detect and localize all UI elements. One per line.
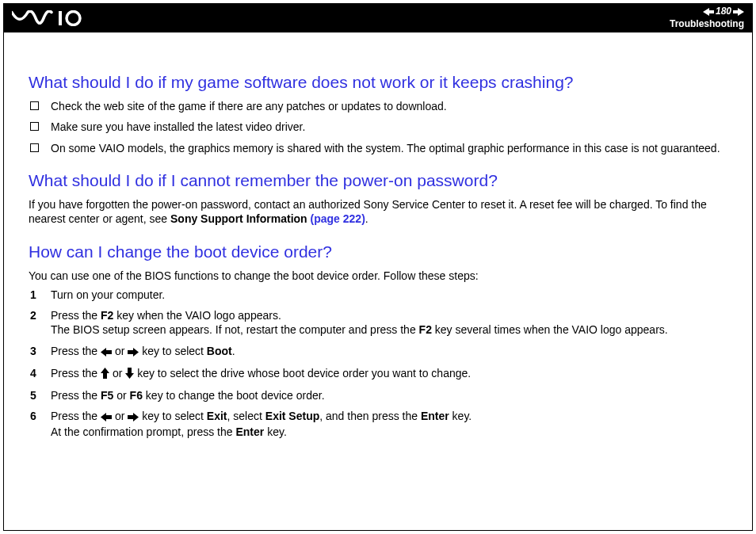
page-number: 180 (716, 6, 731, 18)
text: Press the (51, 389, 101, 402)
list-item: Press the F5 or F6 key to change the boo… (29, 388, 734, 402)
text: . (365, 212, 368, 225)
page-nav: 180 (703, 6, 744, 18)
text: key to select the drive whose boot devic… (134, 367, 471, 380)
heading-q3: How can I change the boot device order? (29, 241, 734, 262)
text: , select (227, 410, 265, 422)
text: , and then press the (319, 410, 421, 422)
arrow-down-icon (125, 368, 134, 382)
text: or (109, 367, 125, 380)
svg-point-1 (67, 12, 80, 25)
text: key to select (139, 345, 207, 357)
exit-setup-label: Exit Setup (265, 410, 319, 422)
svg-marker-8 (101, 413, 112, 421)
text: key to select (139, 410, 207, 422)
text: or (113, 389, 129, 402)
list-item: Turn on your computer. (29, 288, 734, 302)
nav-next-icon[interactable] (733, 8, 744, 16)
vaio-logo (12, 10, 83, 26)
text: Press the (51, 410, 101, 422)
svg-marker-9 (128, 413, 139, 421)
heading-q1: What should I do if my game software doe… (29, 71, 734, 93)
text: key. (264, 425, 287, 438)
list-item: Press the or key to select Exit, select … (29, 409, 734, 439)
arrow-left-icon (101, 410, 112, 425)
text: key when the VAIO logo appears. (113, 309, 281, 322)
list-item: Check the web site of the game if there … (29, 99, 734, 113)
q2-paragraph: If you have forgotten the power-on passw… (29, 197, 734, 226)
boot-label: Boot (207, 345, 232, 357)
sony-support-label: Sony Support Information (170, 212, 311, 225)
svg-marker-7 (125, 368, 134, 379)
text: Press the (51, 309, 101, 322)
svg-marker-5 (128, 348, 139, 357)
nav-prev-icon[interactable] (703, 8, 714, 16)
text: The BIOS setup screen appears. If not, r… (51, 323, 419, 336)
text: or (112, 345, 128, 357)
svg-marker-2 (703, 8, 714, 16)
text: . (232, 345, 235, 357)
list-item: Press the or key to select the drive who… (29, 366, 734, 382)
section-label: Troubleshooting (670, 18, 744, 31)
text: Turn on your computer. (51, 288, 165, 301)
arrow-right-icon (128, 410, 139, 425)
enter-label: Enter (421, 410, 449, 422)
header-right: 180 Troubleshooting (670, 6, 744, 30)
exit-label: Exit (207, 410, 227, 422)
text: or (112, 410, 128, 422)
svg-marker-4 (101, 348, 112, 357)
svg-marker-6 (101, 368, 109, 379)
list-item: Press the or key to select Boot. (29, 344, 734, 360)
q3-intro: You can use one of the BIOS functions to… (29, 269, 734, 283)
list-item: Press the F2 key when the VAIO logo appe… (29, 308, 734, 337)
list-item: On some VAIO models, the graphics memory… (29, 141, 734, 155)
heading-q2: What should I do if I cannot remember th… (29, 170, 734, 191)
svg-marker-3 (733, 8, 744, 16)
q1-bullet-list: Check the web site of the game if there … (29, 99, 734, 155)
text: key. (449, 410, 472, 422)
key-label: F5 (101, 389, 113, 402)
text: key several times when the VAIO logo app… (432, 323, 668, 336)
page-link[interactable]: (page 222) (311, 212, 365, 225)
header-bar: 180 Troubleshooting (4, 4, 752, 32)
text: Press the (51, 367, 101, 380)
q3-steps: Turn on your computer. Press the F2 key … (29, 288, 734, 440)
list-item: Make sure you have installed the latest … (29, 120, 734, 134)
svg-rect-0 (59, 11, 62, 25)
text: Press the (51, 345, 101, 357)
arrow-right-icon (128, 345, 139, 360)
text: key to change the boot device order. (143, 389, 325, 402)
arrow-left-icon (101, 345, 112, 360)
key-label: F2 (101, 309, 113, 322)
content: What should I do if my game software doe… (29, 71, 734, 446)
enter-label: Enter (235, 425, 264, 438)
key-label: F6 (130, 389, 143, 402)
arrow-up-icon (101, 368, 109, 382)
key-label: F2 (419, 323, 432, 336)
text: At the confirmation prompt, press the (51, 425, 235, 438)
